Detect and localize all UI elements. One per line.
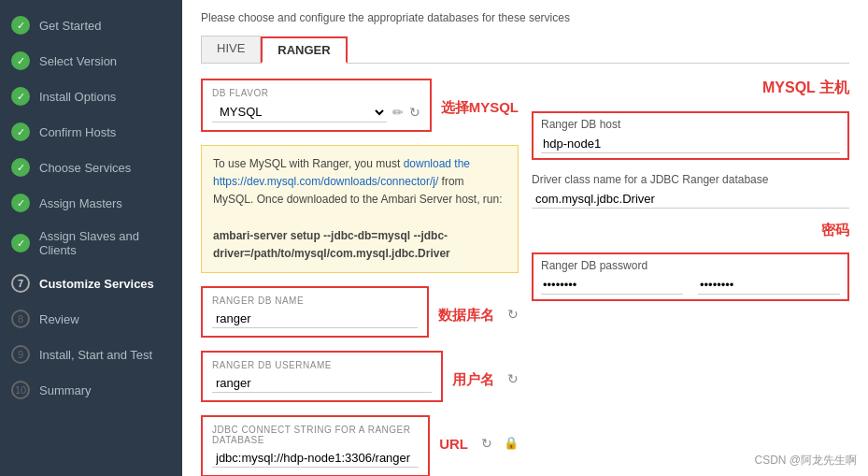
step-icon-install-options: ✓	[11, 87, 30, 106]
info-box: To use MySQL with Ranger, you must downl…	[201, 145, 519, 273]
sidebar-label-assign-masters: Assign Masters	[39, 196, 122, 210]
db-flavor-field: DB FLAVOR MYSQL PostgreSQL Oracle MSSQL …	[201, 79, 432, 132]
sidebar-label-assign-slaves: Assign Slaves and Clients	[39, 229, 171, 257]
db-password-field: Ranger DB password	[532, 252, 849, 301]
sidebar-label-review: Review	[39, 312, 79, 326]
step-icon-get-started: ✓	[11, 16, 30, 35]
watermark: CSDN @阿龙先生啊	[754, 453, 857, 469]
sidebar-label-summary: Summary	[39, 383, 92, 397]
db-host-field: Ranger DB host	[532, 111, 849, 160]
page-description: Please choose and configure the appropri…	[201, 11, 849, 24]
info-command: ambari-server setup --jdbc-db=mysql --jd…	[213, 229, 450, 260]
sidebar-label-select-version: Select Version	[39, 54, 117, 68]
db-name-label: Ranger DB name	[212, 296, 418, 306]
tab-hive[interactable]: HIVE	[201, 36, 261, 63]
sidebar-item-select-version[interactable]: ✓ Select Version	[0, 43, 182, 79]
sidebar: ✓ Get Started ✓ Select Version ✓ Install…	[0, 0, 182, 476]
sidebar-item-install-options[interactable]: ✓ Install Options	[0, 79, 182, 114]
step-icon-assign-slaves: ✓	[11, 234, 30, 252]
lock-icon[interactable]: 🔒	[504, 436, 519, 450]
annotation-select-mysql: 选择MYSQL	[441, 99, 519, 117]
step-icon-review: 8	[11, 310, 30, 328]
db-password-input[interactable]	[541, 276, 683, 295]
right-column: MYSQL 主机 Ranger DB host Driver class nam…	[532, 79, 849, 476]
sidebar-item-summary[interactable]: 10 Summary	[0, 372, 182, 408]
annotation-username: 用户名	[452, 371, 494, 389]
content-grid: DB FLAVOR MYSQL PostgreSQL Oracle MSSQL …	[201, 79, 849, 476]
sidebar-label-customize-services: Customize Services	[39, 277, 154, 291]
tab-bar: HIVE RANGER	[201, 36, 849, 64]
tab-ranger[interactable]: RANGER	[261, 36, 347, 64]
sidebar-item-assign-slaves[interactable]: ✓ Assign Slaves and Clients	[0, 221, 182, 266]
info-text-before: To use MySQL with Ranger, you must	[213, 157, 404, 170]
sidebar-label-choose-services: Choose Services	[39, 161, 131, 175]
db-name-input[interactable]	[212, 310, 418, 328]
jdbc-connect-label: JDBC connect string for a Ranger databas…	[212, 425, 419, 445]
sidebar-item-confirm-hosts[interactable]: ✓ Confirm Hosts	[0, 114, 182, 150]
sidebar-item-customize-services[interactable]: 7 Customize Services	[0, 266, 182, 301]
db-flavor-select[interactable]: MYSQL PostgreSQL Oracle MSSQL	[212, 102, 387, 123]
annotation-password: 密码	[821, 222, 849, 239]
annotation-db-name: 数据库名	[438, 307, 494, 325]
db-host-label: Ranger DB host	[541, 118, 840, 131]
db-password-label: Ranger DB password	[541, 259, 840, 272]
annotation-mysql-host: MYSQL 主机	[762, 79, 849, 98]
main-content: Please choose and configure the appropri…	[182, 0, 868, 476]
step-icon-choose-services: ✓	[11, 158, 30, 177]
db-name-field: Ranger DB name	[201, 286, 429, 338]
sidebar-label-install-start: Install, Start and Test	[39, 348, 152, 362]
db-username-label: Ranger DB username	[212, 360, 432, 370]
db-username-input[interactable]	[212, 374, 432, 393]
sidebar-label-install-options: Install Options	[39, 90, 116, 104]
sidebar-item-review[interactable]: 8 Review	[0, 301, 182, 337]
jdbc-connect-input[interactable]	[212, 449, 419, 468]
password-inputs-row	[541, 276, 840, 295]
refresh-flavor-icon[interactable]: ↻	[409, 105, 420, 120]
step-icon-confirm-hosts: ✓	[11, 123, 30, 141]
db-username-field: Ranger DB username	[201, 351, 443, 402]
sidebar-label-confirm-hosts: Confirm Hosts	[39, 125, 116, 139]
annotation-url: URL	[439, 436, 468, 452]
step-icon-summary: 10	[11, 381, 30, 399]
db-host-input[interactable]	[541, 135, 840, 153]
step-icon-customize-services: 7	[11, 274, 30, 293]
db-flavor-select-row: MYSQL PostgreSQL Oracle MSSQL ✏ ↻	[212, 102, 420, 123]
sidebar-item-choose-services[interactable]: ✓ Choose Services	[0, 150, 182, 185]
driver-class-label: Driver class name for a JDBC Ranger data…	[532, 173, 849, 186]
edit-icon[interactable]: ✏	[392, 105, 404, 120]
sidebar-item-get-started[interactable]: ✓ Get Started	[0, 7, 182, 43]
db-flavor-label: DB FLAVOR	[212, 88, 420, 98]
sidebar-label-get-started: Get Started	[39, 19, 101, 33]
step-icon-select-version: ✓	[11, 51, 30, 70]
refresh-db-name-icon[interactable]: ↻	[507, 307, 519, 322]
refresh-username-icon[interactable]: ↻	[507, 371, 519, 386]
step-icon-install-start: 9	[11, 345, 30, 364]
db-password-confirm-input[interactable]	[698, 276, 840, 295]
sidebar-item-assign-masters[interactable]: ✓ Assign Masters	[0, 185, 182, 221]
driver-class-input[interactable]	[532, 190, 849, 209]
left-column: DB FLAVOR MYSQL PostgreSQL Oracle MSSQL …	[201, 79, 519, 476]
refresh-jdbc-icon[interactable]: ↻	[481, 436, 492, 451]
step-icon-assign-masters: ✓	[11, 194, 30, 212]
sidebar-item-install-start[interactable]: 9 Install, Start and Test	[0, 337, 182, 372]
driver-class-field: Driver class name for a JDBC Ranger data…	[532, 173, 849, 209]
jdbc-connect-field: JDBC connect string for a Ranger databas…	[201, 415, 430, 476]
